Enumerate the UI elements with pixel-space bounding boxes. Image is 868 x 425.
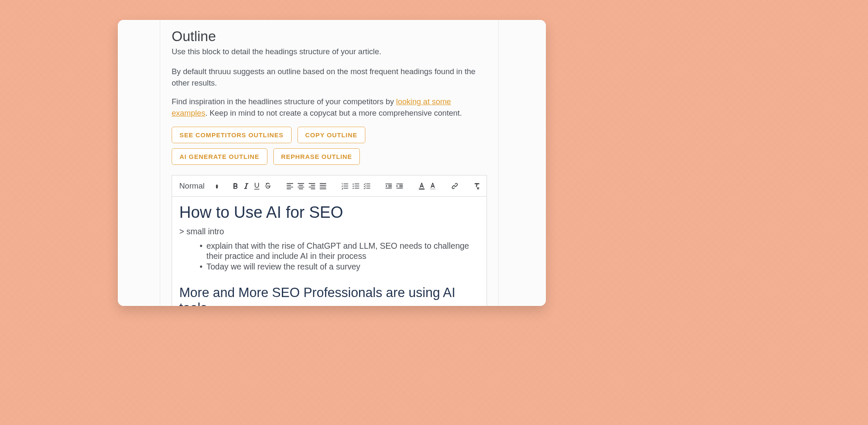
align-center-icon[interactable]: [295, 180, 306, 192]
svg-rect-0: [419, 188, 425, 189]
button-row-1: SEE COMPETITORS OUTLINES COPY OUTLINE: [172, 127, 487, 143]
copy-outline-button[interactable]: COPY OUTLINE: [298, 127, 365, 143]
p2-pre: Find inspiration in the headlines struct…: [172, 97, 396, 106]
text-color-icon[interactable]: [416, 180, 427, 192]
unordered-list-icon[interactable]: [351, 180, 362, 192]
italic-icon[interactable]: [241, 180, 252, 192]
paragraph-format-select[interactable]: Normal ▴▾: [176, 181, 221, 191]
rephrase-button[interactable]: REPHRASE OUTLINE: [273, 148, 360, 165]
p2-post: . Keep in mind to not create a copycat b…: [205, 108, 462, 117]
outline-h1[interactable]: How to Use AI for SEO: [179, 203, 479, 222]
checklist-icon[interactable]: [362, 180, 373, 192]
svg-rect-1: [430, 188, 436, 189]
align-right-icon[interactable]: [306, 180, 317, 192]
underline-icon[interactable]: [251, 180, 262, 192]
right-panel: [498, 20, 546, 306]
editor-content[interactable]: How to Use AI for SEO > small intro expl…: [172, 197, 487, 306]
button-row-2: AI GENERATE OUTLINE REPHRASE OUTLINE: [172, 148, 487, 165]
section-paragraph-2: Find inspiration in the headlines struct…: [172, 96, 487, 119]
section-description: Use this block to detail the headings st…: [172, 46, 487, 58]
section-paragraph-1: By default thruuu suggests an outline ba…: [172, 66, 487, 89]
list-item[interactable]: Today we will review the result of a sur…: [201, 261, 479, 272]
main-panel: Outline Use this block to detail the hea…: [160, 20, 498, 306]
outline-h2[interactable]: More and More SEO Professionals are usin…: [179, 285, 479, 306]
editor-card: Outline Use this block to detail the hea…: [118, 20, 546, 306]
strikethrough-icon[interactable]: [262, 180, 273, 192]
link-icon[interactable]: [449, 180, 460, 192]
format-label: Normal: [179, 181, 205, 191]
align-left-icon[interactable]: [284, 180, 295, 192]
section-title: Outline: [172, 28, 487, 44]
outdent-icon[interactable]: [384, 180, 395, 192]
ordered-list-icon[interactable]: [339, 180, 351, 192]
left-panel: [118, 20, 160, 306]
editor-toolbar: Normal ▴▾: [172, 175, 487, 197]
align-justify-icon[interactable]: [317, 180, 328, 192]
list-item[interactable]: explain that with the rise of ChatGPT an…: [201, 241, 479, 261]
ai-generate-button[interactable]: AI GENERATE OUTLINE: [172, 148, 267, 165]
chevron-updown-icon: ▴▾: [216, 183, 218, 189]
bold-icon[interactable]: [230, 180, 241, 192]
clear-formatting-icon[interactable]: [471, 180, 482, 192]
see-competitors-button[interactable]: SEE COMPETITORS OUTLINES: [172, 127, 292, 143]
bullet-list-1[interactable]: explain that with the rise of ChatGPT an…: [179, 241, 479, 272]
intro-line[interactable]: > small intro: [179, 227, 479, 236]
indent-icon[interactable]: [394, 180, 405, 192]
rich-text-editor: Normal ▴▾: [172, 175, 487, 306]
highlight-color-icon[interactable]: [427, 180, 438, 192]
